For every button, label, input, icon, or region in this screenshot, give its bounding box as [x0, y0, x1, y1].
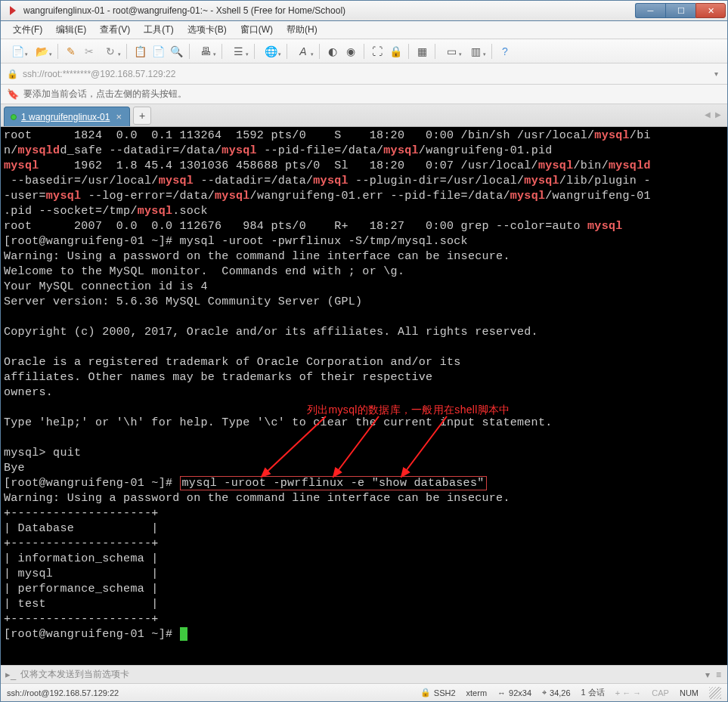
minimize-button[interactable]: ─	[635, 3, 665, 18]
t: | performance_schema |	[4, 583, 159, 595]
connect-button[interactable]: ✎	[64, 44, 79, 59]
grid-button[interactable]: ▦	[414, 44, 429, 59]
properties-button[interactable]: ☰	[228, 44, 249, 59]
window-buttons: ─ ☐ ✕	[635, 3, 726, 18]
print-button[interactable]: 🖶	[195, 44, 216, 59]
t: Warning: Using a password on the command…	[4, 250, 510, 263]
titlebar: wangruifenglinux-01 - root@wangruifeng-0…	[0, 0, 728, 21]
tab-close-icon[interactable]: ×	[114, 111, 123, 122]
t: mysql> quit	[4, 447, 81, 459]
t: Copyright (c) 2000, 2017, Oracle and/or …	[4, 326, 538, 339]
help-button[interactable]: ?	[497, 44, 513, 59]
color-button[interactable]: ◐	[325, 44, 340, 59]
t: Welcome to the MySQL monitor. Commands e…	[4, 265, 404, 278]
t: Type 'help;' or '\h' for help. Type '\c'…	[4, 416, 553, 429]
t: mysql	[383, 144, 419, 157]
lock-icon: 🔒	[7, 69, 18, 79]
lock-button[interactable]: 🔒	[388, 44, 403, 59]
t: mysql	[46, 190, 82, 203]
layout-button[interactable]: ▭	[441, 44, 462, 59]
status-cursor: ⌖34,26	[542, 688, 571, 697]
disconnect-button[interactable]: ✂	[82, 44, 97, 59]
t: | information_schema |	[4, 552, 159, 565]
separator	[491, 44, 492, 59]
input-hint-text[interactable]: 仅将文本发送到当前选项卡	[20, 668, 129, 681]
bookmark-icon[interactable]: 🔖	[7, 88, 19, 100]
t: owners.	[4, 386, 53, 399]
separator	[221, 44, 222, 59]
expand-icon[interactable]: ≡	[714, 670, 723, 680]
copy-button[interactable]: 📋	[132, 44, 147, 59]
t: [root@wangruifeng-01 ~]#	[4, 628, 180, 641]
t: .sock	[172, 205, 208, 218]
t: [root@wangruifeng-01 ~]#	[4, 477, 180, 490]
tab-bar: 1 wangruifenglinux-01 × + ◀ ▶	[1, 104, 727, 127]
menu-view[interactable]: 查看(V)	[94, 22, 136, 38]
input-hint-bar: ▸_ 仅将文本发送到当前选项卡 ▾ ≡	[1, 665, 727, 683]
tab-prev-icon[interactable]: ◀	[703, 109, 712, 120]
t: mysql	[215, 190, 250, 203]
open-button[interactable]: 📂	[31, 44, 52, 59]
t: mysql	[159, 175, 194, 187]
hint-text: 要添加当前会话，点击左侧的箭头按钮。	[23, 88, 187, 101]
dropdown-icon[interactable]: ▾	[704, 670, 711, 680]
t: Warning: Using a password on the command…	[4, 492, 510, 505]
session-tab[interactable]: 1 wangruifenglinux-01 ×	[4, 107, 130, 126]
fullscreen-button[interactable]: ⛶	[370, 44, 385, 59]
address-dropdown[interactable]: ▾	[711, 70, 721, 78]
t: /wangruifeng-01.err --pid-file=/data/	[250, 190, 510, 203]
t: mysql	[587, 220, 623, 233]
menu-edit[interactable]: 编辑(E)	[50, 22, 92, 38]
menu-file[interactable]: 文件(F)	[7, 22, 48, 38]
tile-button[interactable]: ▥	[465, 44, 486, 59]
t: | Database |	[4, 522, 159, 535]
terminal-icon: ▸_	[5, 669, 16, 680]
separator	[189, 44, 190, 59]
resize-grip[interactable]	[709, 687, 721, 699]
highlight-button[interactable]: ◉	[343, 44, 358, 59]
menu-help[interactable]: 帮助(H)	[280, 22, 324, 38]
maximize-button[interactable]: ☐	[665, 3, 695, 18]
t: mysql	[221, 144, 257, 157]
tab-add-button[interactable]: +	[133, 107, 151, 125]
t: d_safe --datadir=/data/	[60, 144, 221, 157]
lock-icon: 🔒	[420, 688, 431, 697]
t: +--------------------+	[4, 507, 159, 520]
status-size: ↔92x34	[497, 688, 531, 697]
t: --pid-file=/data/	[257, 144, 383, 157]
close-button[interactable]: ✕	[695, 3, 726, 18]
t: [root@wangruifeng-01 ~]# mysql -uroot -p…	[4, 235, 468, 248]
new-session-button[interactable]: 📄	[7, 44, 28, 59]
menu-window[interactable]: 窗口(W)	[234, 22, 279, 38]
tab-next-icon[interactable]: ▶	[714, 109, 723, 120]
font-button[interactable]: A	[293, 44, 314, 59]
t: root 2007 0.0 0.0 112676 984 pts/0 R+ 18…	[4, 220, 587, 233]
menu-tools[interactable]: 工具(T)	[138, 22, 179, 38]
t: Server version: 5.6.36 MySQL Community S…	[4, 295, 362, 308]
address-bar: 🔒 ssh://root:********@192.168.57.129:22 …	[1, 63, 727, 85]
status-bar: ssh://root@192.168.57.129:22 🔒SSH2 xterm…	[1, 683, 727, 701]
find-button[interactable]: 🔍	[169, 44, 184, 59]
globe-button[interactable]: 🌐	[260, 44, 281, 59]
t: /wangruifeng-01.pid	[419, 144, 553, 157]
t: Oracle is a registered trademark of Orac…	[4, 356, 461, 369]
menu-tabs[interactable]: 选项卡(B)	[181, 22, 233, 38]
t: mysql	[138, 205, 173, 218]
t: mysqld	[609, 159, 651, 172]
t: affiliates. Other names may be trademark…	[4, 371, 432, 384]
window-title: wangruifenglinux-01 - root@wangruifeng-0…	[23, 5, 635, 16]
paste-button[interactable]: 📄	[150, 44, 166, 59]
separator	[435, 44, 435, 59]
reconnect-button[interactable]: ↻	[100, 44, 121, 59]
t: | test |	[4, 598, 159, 611]
t: /bin/	[573, 159, 609, 172]
separator	[287, 44, 287, 59]
terminal[interactable]: root 1824 0.0 0.1 113264 1592 pts/0 S 18…	[1, 127, 727, 665]
t: mysql	[524, 175, 559, 187]
address-text[interactable]: ssh://root:********@192.168.57.129:22	[23, 69, 707, 79]
t: --datadir=/data/	[194, 175, 313, 187]
app-icon	[7, 5, 19, 17]
status-sessions: 1 会话	[581, 687, 605, 698]
tab-label: 1 wangruifenglinux-01	[21, 112, 110, 122]
t: --log-error=/data/	[81, 190, 215, 203]
